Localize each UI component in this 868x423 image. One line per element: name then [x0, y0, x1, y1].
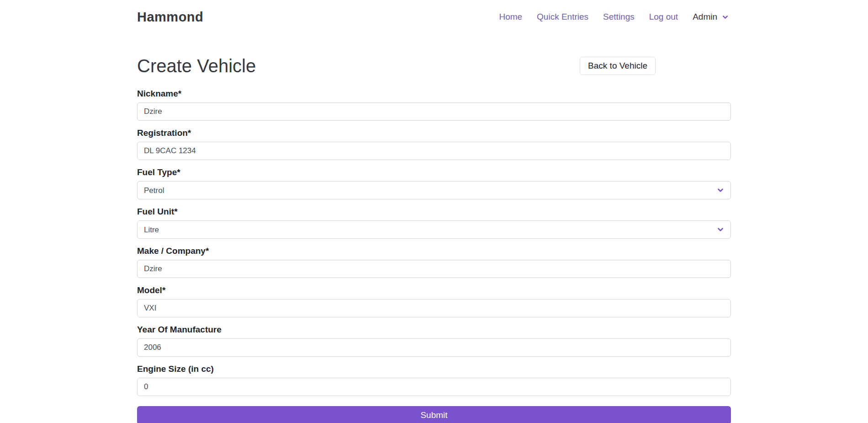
model-label: Model* [137, 285, 731, 295]
chevron-down-icon [721, 13, 729, 21]
nav-item-settings[interactable]: Settings [596, 8, 642, 26]
make-company-label: Make / Company* [137, 246, 731, 256]
page-header: Create Vehicle Back to Vehicle [137, 55, 731, 77]
main-content: Create Vehicle Back to Vehicle Nickname*… [137, 34, 731, 423]
registration-field-group: Registration* [137, 128, 731, 160]
year-of-manufacture-input[interactable] [137, 338, 731, 357]
registration-label: Registration* [137, 128, 731, 138]
registration-input[interactable] [137, 142, 731, 160]
fuel-unit-select[interactable]: Litre [137, 220, 731, 239]
nickname-field-group: Nickname* [137, 89, 731, 121]
nickname-input[interactable] [137, 102, 731, 121]
nickname-label: Nickname* [137, 89, 731, 99]
nav-dropdown-admin-label: Admin [693, 12, 717, 22]
nav-item-quick-entries[interactable]: Quick Entries [529, 8, 596, 26]
year-of-manufacture-label: Year Of Manufacture [137, 325, 731, 335]
model-field-group: Model* [137, 285, 731, 317]
engine-size-field-group: Engine Size (in cc) [137, 364, 731, 396]
nav-dropdown-admin[interactable]: Admin [685, 8, 731, 26]
fuel-type-label: Fuel Type* [137, 167, 731, 177]
fuel-unit-field-group: Fuel Unit* Litre [137, 207, 731, 239]
back-to-vehicle-button[interactable]: Back to Vehicle [580, 57, 656, 75]
year-of-manufacture-field-group: Year Of Manufacture [137, 325, 731, 357]
nav-item-home[interactable]: Home [492, 8, 529, 26]
model-input[interactable] [137, 299, 731, 317]
nav-links: Home Quick Entries Settings Log out Admi… [492, 8, 731, 26]
navbar: Hammond Home Quick Entries Settings Log … [0, 0, 868, 34]
fuel-unit-label: Fuel Unit* [137, 207, 731, 217]
submit-button[interactable]: Submit [137, 406, 731, 423]
make-company-field-group: Make / Company* [137, 246, 731, 278]
nav-item-log-out[interactable]: Log out [642, 8, 685, 26]
brand-logo[interactable]: Hammond [137, 10, 203, 25]
make-company-input[interactable] [137, 260, 731, 278]
create-vehicle-form: Nickname* Registration* Fuel Type* Petro… [137, 89, 731, 423]
fuel-type-select[interactable]: Petrol [137, 181, 731, 199]
engine-size-input[interactable] [137, 378, 731, 396]
engine-size-label: Engine Size (in cc) [137, 364, 731, 374]
page-title: Create Vehicle [137, 55, 256, 77]
fuel-type-field-group: Fuel Type* Petrol [137, 167, 731, 199]
